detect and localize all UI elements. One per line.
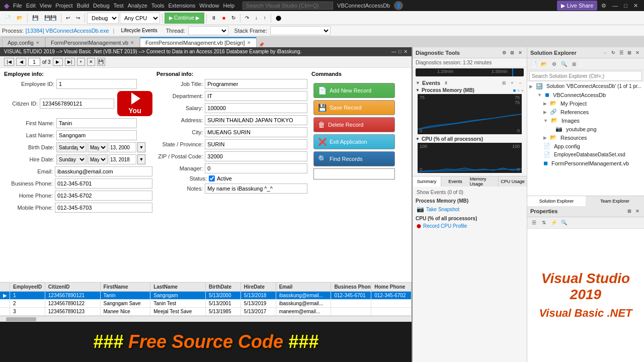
hiredate-day-select[interactable]: Sunday — [56, 154, 87, 164]
form-close-icon[interactable]: ✕ — [404, 49, 408, 54]
se-close-icon[interactable]: ✕ — [634, 49, 641, 56]
liveshare-button[interactable]: ▶ Live Share — [557, 1, 598, 11]
se-references-item[interactable]: ▶ 🔗 References — [527, 108, 644, 116]
nav-last-button[interactable]: ▶| — [65, 58, 75, 66]
step-over-button[interactable]: ↷ — [243, 13, 252, 24]
birthdate-calendar-icon[interactable]: ▼ — [137, 142, 145, 152]
hphone-input[interactable] — [55, 191, 152, 201]
se-tab-team[interactable]: Team Explorer — [586, 196, 644, 206]
menu-build[interactable]: Build — [75, 3, 91, 9]
birthdate-day-select[interactable]: Saturday — [56, 142, 87, 152]
pause-button[interactable]: ⏸ — [209, 13, 219, 24]
tab-appconfig-close[interactable]: ✕ — [36, 40, 40, 45]
redo-button[interactable]: ↪ — [73, 13, 83, 24]
table-row[interactable]: ▶ 1 1234567890121 Tanin Sangngam 5/13/20… — [0, 292, 412, 300]
employee-id-input[interactable] — [56, 79, 137, 89]
se-properties-icon[interactable]: ☰ — [618, 49, 625, 56]
properties-expand-icon[interactable]: ⊞ — [626, 208, 633, 215]
save-all-button[interactable]: 💾💾 — [42, 13, 59, 24]
events-section-header[interactable]: ▼ Events ⏸ ⊞ + − — [413, 78, 527, 87]
tab-formdesign[interactable]: FormPersonnelManagement.vb [Design] ✕ — [140, 37, 256, 47]
find-input[interactable] — [313, 168, 395, 179]
menu-view[interactable]: View — [38, 3, 54, 9]
se-back-icon[interactable]: ← — [602, 49, 609, 56]
tab-formvb-close[interactable]: ✕ — [130, 40, 134, 45]
tab-formvb[interactable]: FormPersonnelManagement.vb ✕ — [45, 37, 140, 47]
find-records-button[interactable]: 🔍 Find Records — [313, 151, 395, 166]
events-pause-icon[interactable]: ⏸ — [442, 79, 449, 86]
se-solution-item[interactable]: ▶ 🔙 Solution 'VBConnectAccessDb' (1 of 1… — [527, 82, 644, 90]
save-button[interactable]: 💾 — [30, 13, 41, 24]
exit-button[interactable]: ❌ Exit Application — [313, 134, 395, 149]
status-checkbox[interactable] — [209, 175, 215, 182]
firstname-input[interactable] — [56, 118, 137, 128]
step-out-button[interactable]: ↑ — [261, 13, 269, 24]
menu-debug[interactable]: Debug — [91, 3, 111, 9]
se-tab-solution[interactable]: Solution Explorer — [527, 196, 586, 206]
prop-sort-btn[interactable]: ⇅ — [539, 218, 548, 227]
mphone-input[interactable] — [55, 203, 152, 213]
user-avatar[interactable]: 👤 — [394, 1, 403, 10]
form-maximize-icon[interactable]: □ — [398, 49, 401, 54]
se-form-item[interactable]: ◼ FormPersonnelManagement.vb — [527, 159, 644, 167]
tab-formdesign-close[interactable]: ✕ — [247, 40, 251, 45]
hiredate-year-input[interactable] — [109, 154, 136, 164]
diag-settings-icon[interactable]: ⚙ — [501, 49, 508, 56]
se-resources-item[interactable]: ▶ 📂 Resources — [527, 133, 644, 142]
prop-search-btn[interactable]: 🔍 — [559, 218, 569, 227]
continue-button[interactable]: ▶ Continue ▶ — [165, 13, 204, 24]
salary-input[interactable] — [205, 103, 307, 113]
open-button[interactable]: 📂 — [14, 13, 25, 24]
se-images-item[interactable]: ▼ 📂 Images — [527, 116, 644, 125]
menu-test[interactable]: Test — [112, 3, 126, 9]
prop-events-btn[interactable]: ⚡ — [549, 218, 558, 227]
menu-edit[interactable]: Edit — [24, 3, 38, 9]
dept-input[interactable] — [205, 91, 307, 101]
tab-pin-icon[interactable]: 📌 — [259, 42, 264, 47]
properties-close-icon[interactable]: ✕ — [634, 208, 641, 215]
se-expand-icon[interactable]: ⊞ — [626, 49, 633, 56]
menu-extensions[interactable]: Extensions — [167, 3, 198, 9]
lastname-input[interactable] — [56, 130, 137, 140]
address-input[interactable] — [205, 115, 307, 125]
menu-window[interactable]: Window — [197, 3, 221, 9]
se-tool-btn5[interactable]: ⊞ — [570, 59, 579, 68]
zoom-in-icon[interactable]: + — [509, 79, 516, 86]
cpu-record-label[interactable]: Record CPU Profile — [423, 223, 467, 229]
menu-tools[interactable]: Tools — [149, 3, 167, 9]
nav-next-button[interactable]: ▶ — [53, 58, 63, 66]
horizontal-scrollbar[interactable] — [0, 316, 412, 322]
notes-input[interactable] — [205, 184, 307, 194]
close-button[interactable]: ✕ — [631, 3, 640, 9]
lifecycle-button[interactable]: Lifecycle Events — [118, 26, 159, 35]
breakpoint-button[interactable]: ⬤ — [273, 13, 284, 24]
maximize-button[interactable]: □ — [622, 3, 629, 9]
diag-expand-icon[interactable]: ⊞ — [509, 49, 516, 56]
snapshot-label[interactable]: Take Snapshot — [426, 207, 459, 212]
nav-prev-button[interactable]: ◀ — [16, 58, 26, 66]
stop-button[interactable]: ■ — [220, 13, 228, 24]
se-project-item[interactable]: ▼ ◼ VBConnectAccessDb — [527, 90, 644, 99]
config-dropdown[interactable]: Debug — [87, 13, 119, 24]
se-appconfig-item[interactable]: 📄 App.config — [527, 142, 644, 150]
se-tool-btn1[interactable]: 📄 — [529, 59, 538, 68]
se-search-input[interactable] — [529, 71, 642, 81]
se-tool-btn2[interactable]: 📂 — [539, 59, 548, 68]
diag-tab-memory[interactable]: Memory Usage — [470, 176, 499, 187]
nav-save-icon[interactable]: 💾 — [97, 58, 105, 66]
city-input[interactable] — [205, 127, 307, 137]
nav-add-icon[interactable]: + — [77, 58, 85, 66]
birthdate-year-input[interactable] — [109, 142, 136, 152]
se-dataset-item[interactable]: 📄 EmployeeDatabaseDataSet.xsd — [527, 150, 644, 159]
se-tool-btn3[interactable]: ⚙ — [549, 59, 558, 68]
restart-button[interactable]: ↻ — [229, 13, 238, 24]
platform-dropdown[interactable]: Any CPU — [120, 13, 160, 24]
se-refresh-icon[interactable]: ↻ — [610, 49, 617, 56]
tab-appconfig[interactable]: App.config ✕ — [2, 37, 45, 47]
diag-tab-summary[interactable]: Summary — [413, 176, 441, 187]
menu-project[interactable]: Project — [53, 3, 74, 9]
nav-first-button[interactable]: |◀ — [4, 58, 14, 66]
bphone-input[interactable] — [55, 178, 152, 189]
table-row[interactable]: 3 1234567890123 Manee Nice Meejal Test S… — [0, 308, 412, 316]
minimize-button[interactable]: — — [610, 3, 620, 9]
